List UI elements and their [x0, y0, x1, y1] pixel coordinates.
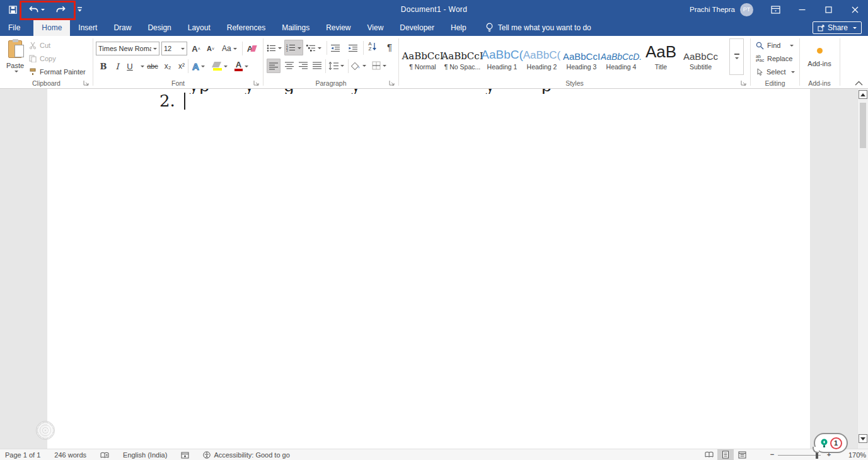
page-indicator[interactable]: Page 1 of 1 [5, 451, 40, 459]
style-title[interactable]: AaB Title [641, 38, 681, 76]
tell-me-box[interactable]: Tell me what you want to do [486, 19, 591, 36]
style-normal[interactable]: AaBbCcI ¶ Normal [403, 38, 443, 76]
zoom-out-button[interactable]: − [768, 451, 777, 458]
editing-group-label: Editing [751, 79, 799, 87]
select-button[interactable]: Select [756, 66, 795, 78]
read-mode-button[interactable] [701, 449, 717, 460]
tab-review[interactable]: Review [318, 19, 359, 36]
share-button[interactable]: Share [813, 21, 862, 34]
clipboard-dialog-launcher[interactable] [83, 80, 90, 86]
align-right-button[interactable] [297, 59, 310, 72]
vertical-scrollbar[interactable] [857, 89, 868, 449]
user-name[interactable]: Prachi Thepra [690, 6, 735, 13]
document-page[interactable]: yp y g y y p y 2. [47, 89, 810, 449]
print-layout-button[interactable] [717, 449, 734, 460]
sort-button[interactable]: AZ [366, 40, 379, 54]
bold-button[interactable]: B [97, 59, 110, 73]
style-heading4[interactable]: AaBbCcD. Heading 4 [601, 38, 641, 76]
customize-qat-button[interactable] [74, 2, 84, 17]
tab-file[interactable]: File [0, 19, 28, 36]
font-dialog-launcher[interactable] [253, 80, 260, 86]
web-layout-button[interactable] [734, 449, 750, 460]
clear-formatting-button[interactable]: A [245, 42, 258, 55]
tab-design[interactable]: Design [139, 19, 179, 36]
highlight-button[interactable] [213, 59, 228, 73]
avatar[interactable]: PT [740, 3, 753, 16]
touch-indicator[interactable] [36, 421, 55, 440]
show-hide-pilcrow-button[interactable]: ¶ [383, 40, 396, 54]
save-button[interactable] [5, 2, 20, 17]
paste-icon [8, 40, 22, 58]
tab-help[interactable]: Help [443, 19, 475, 36]
tab-home[interactable]: Home [33, 19, 70, 36]
change-case-button[interactable]: Aa [222, 42, 237, 55]
cut-label: Cut [40, 42, 50, 49]
style-no-spacing[interactable]: AaBbCcI ¶ No Spac... [443, 38, 482, 76]
minimize-button[interactable] [789, 0, 815, 19]
increase-indent-button[interactable] [347, 41, 359, 55]
numbering-button[interactable]: 123 [284, 40, 303, 55]
styles-more-button[interactable] [729, 38, 744, 75]
align-left-button[interactable] [267, 59, 281, 73]
font-family-select[interactable]: Times New Roman [96, 42, 159, 55]
scrollbar-thumb[interactable] [860, 103, 866, 148]
word-count[interactable]: 246 words [54, 451, 86, 459]
pilcrow-glyph: ¶ [387, 42, 392, 52]
decrease-indent-button[interactable] [329, 41, 342, 55]
borders-button[interactable] [372, 59, 386, 72]
ribbon-display-options-button[interactable] [762, 0, 789, 19]
scroll-up-button[interactable] [859, 90, 867, 99]
subscript-button[interactable]: x₂ [161, 59, 174, 73]
grow-font-button[interactable]: A˄ [190, 42, 202, 55]
tab-insert[interactable]: Insert [70, 19, 105, 36]
strikethrough-button[interactable]: abc [146, 59, 159, 73]
tab-developer[interactable]: Developer [391, 19, 443, 36]
annotation-red-box [20, 1, 76, 20]
bullets-button[interactable] [267, 41, 282, 55]
style-heading1[interactable]: AaBbC( Heading 1 [482, 38, 522, 76]
addins-button[interactable]: Add-ins [800, 40, 839, 75]
zoom-level[interactable]: 170% [848, 451, 866, 459]
italic-button[interactable]: I [111, 59, 124, 73]
align-center-button[interactable] [283, 59, 296, 72]
close-button[interactable] [842, 0, 868, 19]
tab-draw[interactable]: Draw [105, 19, 139, 36]
style-name: ¶ Normal [409, 63, 436, 71]
multilevel-list-button[interactable] [306, 41, 321, 55]
zoom-slider-track[interactable] [778, 455, 821, 456]
language-indicator[interactable]: English (India) [123, 451, 167, 459]
justify-button[interactable] [311, 59, 323, 72]
paste-button[interactable]: Paste [4, 39, 26, 82]
shrink-font-button[interactable]: A˅ [204, 42, 217, 55]
copy-button[interactable]: Copy [29, 53, 56, 64]
format-painter-button[interactable]: Format Painter [29, 66, 86, 78]
style-heading2[interactable]: AaBbC( Heading 2 [522, 38, 562, 76]
font-color-button[interactable]: A [234, 59, 248, 73]
shading-button[interactable] [351, 59, 366, 72]
tab-layout[interactable]: Layout [180, 19, 219, 36]
scroll-down-button[interactable] [859, 434, 867, 443]
cut-button[interactable]: Cut [29, 40, 50, 51]
styles-dialog-launcher[interactable] [741, 80, 747, 86]
find-button[interactable]: Find [756, 40, 794, 51]
replace-button[interactable]: ab⇄ac Replace [756, 53, 792, 64]
proofing-errors-button[interactable] [100, 452, 109, 459]
line-spacing-button[interactable] [328, 59, 344, 72]
paste-dropdown-chevron[interactable] [14, 71, 18, 74]
restore-button[interactable] [815, 0, 842, 19]
text-effects-button[interactable]: A [192, 59, 205, 73]
superscript-button[interactable]: x² [175, 59, 188, 73]
underline-button[interactable]: U [124, 59, 136, 73]
collapse-ribbon-button[interactable] [855, 81, 863, 86]
tab-mailings[interactable]: Mailings [274, 19, 318, 36]
style-heading3[interactable]: AaBbCcI Heading 3 [562, 38, 601, 76]
paragraph-dialog-launcher[interactable] [389, 80, 395, 86]
underline-dropdown[interactable] [135, 59, 148, 73]
select-cursor-icon [756, 68, 763, 76]
style-subtitle[interactable]: AaBbCc Subtitle [681, 38, 720, 76]
font-size-select[interactable]: 12 [161, 42, 187, 55]
accessibility-checker[interactable]: Accessibility: Good to go [203, 451, 289, 459]
tab-references[interactable]: References [219, 19, 274, 36]
tab-view[interactable]: View [359, 19, 392, 36]
macro-recording-button[interactable] [181, 452, 189, 459]
